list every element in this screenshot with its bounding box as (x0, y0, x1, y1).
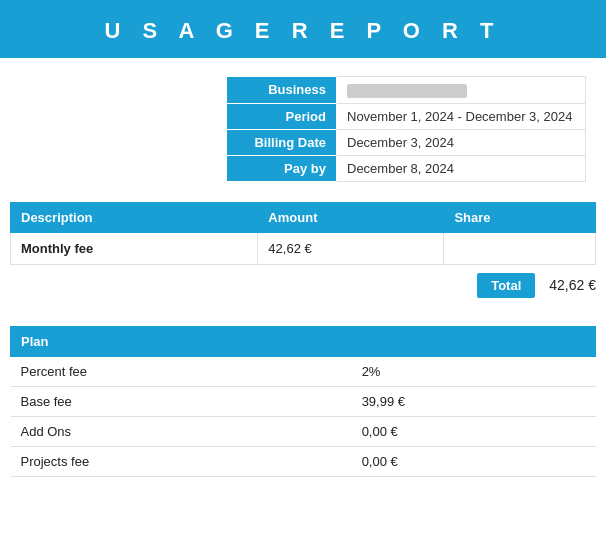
main-table: Description Amount Share Monthly fee 42,… (10, 202, 596, 265)
plan-row-value: 39,99 € (352, 386, 596, 416)
info-value-billing-date: December 3, 2024 (337, 129, 586, 155)
plan-row-value: 2% (352, 356, 596, 386)
plan-section: Plan Percent fee 2% Base fee 39,99 € Add… (0, 306, 606, 487)
info-row-billing-date: Billing Date December 3, 2024 (227, 129, 586, 155)
page-title: U S A G E R E P O R T (104, 18, 501, 43)
col-share: Share (444, 202, 596, 232)
cell-amount: 42,62 € (258, 232, 444, 264)
plan-row-value: 0,00 € (352, 446, 596, 476)
plan-row-label: Percent fee (11, 356, 352, 386)
col-amount: Amount (258, 202, 444, 232)
business-placeholder (347, 84, 467, 98)
plan-row-label: Base fee (11, 386, 352, 416)
info-value-pay-by: December 8, 2024 (337, 155, 586, 181)
plan-table-row: Base fee 39,99 € (11, 386, 596, 416)
info-value-period: November 1, 2024 - December 3, 2024 (337, 103, 586, 129)
info-row-period: Period November 1, 2024 - December 3, 20… (227, 103, 586, 129)
total-value: 42,62 € (549, 277, 596, 293)
plan-table-row: Add Ons 0,00 € (11, 416, 596, 446)
info-value-business (337, 77, 586, 104)
table-row: Monthly fee 42,62 € (11, 232, 596, 264)
plan-table: Plan Percent fee 2% Base fee 39,99 € Add… (10, 326, 596, 477)
plan-table-row: Projects fee 0,00 € (11, 446, 596, 476)
plan-row-label: Add Ons (11, 416, 352, 446)
info-section: Business Period November 1, 2024 - Decem… (0, 58, 606, 192)
col-description: Description (11, 202, 258, 232)
info-label-period: Period (227, 103, 337, 129)
page-header: U S A G E R E P O R T (0, 0, 606, 58)
info-label-business: Business (227, 77, 337, 104)
plan-table-row: Percent fee 2% (11, 356, 596, 386)
plan-row-label: Projects fee (11, 446, 352, 476)
cell-description: Monthly fee (11, 232, 258, 264)
info-row-pay-by: Pay by December 8, 2024 (227, 155, 586, 181)
col-plan: Plan (11, 326, 596, 356)
info-row-business: Business (227, 77, 586, 104)
plan-table-header-row: Plan (11, 326, 596, 356)
main-table-header-row: Description Amount Share (11, 202, 596, 232)
info-label-pay-by: Pay by (227, 155, 337, 181)
main-table-wrap: Description Amount Share Monthly fee 42,… (0, 192, 606, 265)
total-row: Total 42,62 € (0, 265, 606, 306)
total-label: Total (477, 273, 535, 298)
info-table: Business Period November 1, 2024 - Decem… (226, 76, 586, 182)
plan-row-value: 0,00 € (352, 416, 596, 446)
cell-share (444, 232, 596, 264)
info-label-billing-date: Billing Date (227, 129, 337, 155)
